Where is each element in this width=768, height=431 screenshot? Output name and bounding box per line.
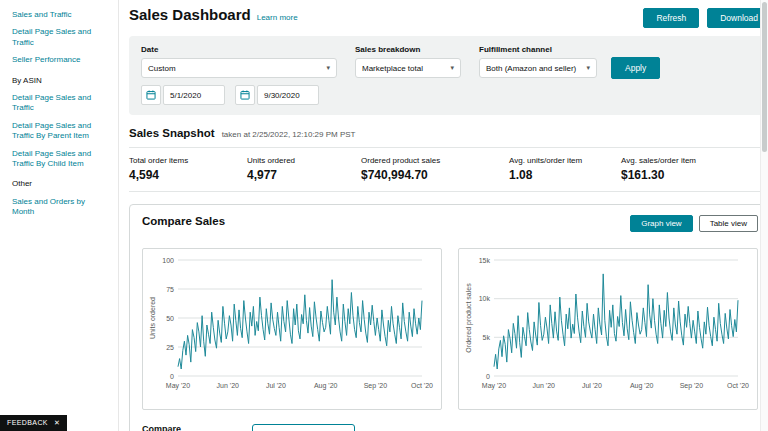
svg-text:50: 50	[166, 315, 174, 322]
date-label: Date	[141, 45, 337, 54]
svg-text:Ordered product sales: Ordered product sales	[465, 283, 473, 353]
app-window: Sales and Traffic Detail Page Sales and …	[0, 0, 768, 431]
sidebar-item-sales-and-orders-by-month[interactable]: Sales and Orders by Month	[12, 197, 108, 218]
start-date-field: 5/1/2020	[141, 85, 225, 105]
date-range-select[interactable]: Custom ▾	[141, 58, 337, 78]
svg-text:Units ordered: Units ordered	[149, 297, 156, 339]
snapshot-metrics: Total order items 4,594 Units ordered 4,…	[129, 147, 768, 192]
metric-value: $740,994.70	[361, 168, 509, 182]
svg-text:May '20: May '20	[166, 382, 190, 390]
svg-text:Jul '20: Jul '20	[582, 382, 602, 389]
sidebar-item-detail-page-sales-traffic[interactable]: Detail Page Sales and Traffic	[12, 27, 108, 48]
svg-text:75: 75	[166, 286, 174, 293]
chevron-down-icon: ▾	[450, 64, 454, 72]
metric-value: 4,977	[247, 168, 361, 182]
fulfillment-channel-group: Fulfillment channel Both (Amazon and sel…	[479, 45, 597, 78]
apply-button[interactable]: Apply	[611, 57, 660, 79]
svg-text:10k: 10k	[479, 295, 491, 302]
sidebar-item-detail-page-by-child-item[interactable]: Detail Page Sales and Traffic By Child I…	[12, 149, 108, 170]
metric-label: Avg. units/order item	[509, 156, 621, 165]
metric-label: Total order items	[129, 156, 247, 165]
fulfillment-channel-select[interactable]: Both (Amazon and seller) ▾	[479, 58, 597, 78]
sidebar-item-detail-page-sales-traffic-asin[interactable]: Detail Page Sales and Traffic	[12, 93, 108, 114]
start-date-input[interactable]: 5/1/2020	[163, 85, 225, 105]
svg-text:5k: 5k	[483, 334, 491, 341]
page-header: Sales Dashboard Learn more Refresh Downl…	[129, 6, 768, 28]
metric-value: $161.30	[621, 168, 768, 182]
sidebar-item-detail-page-by-parent-item[interactable]: Detail Page Sales and Traffic By Parent …	[12, 121, 108, 142]
ordered-product-sales-chart-box: 05k10k15kMay '20Jun '20Jul '20Aug '20Sep…	[458, 248, 758, 410]
close-icon[interactable]: ✕	[54, 419, 60, 427]
scrollbar-thumb[interactable]	[762, 2, 767, 152]
sidebar-item-seller-performance[interactable]: Seller Performance	[12, 55, 108, 65]
metric-avg-sales-order-item: Avg. sales/order item $161.30	[621, 156, 768, 182]
date-filter-group: Date Custom ▾ 5/1/2020	[141, 45, 337, 105]
chevron-down-icon: ▾	[326, 64, 330, 72]
calendar-icon[interactable]	[141, 85, 161, 105]
feedback-button[interactable]: FEEDBACK ✕	[0, 415, 67, 431]
svg-text:Oct '20: Oct '20	[727, 382, 749, 389]
sales-breakdown-label: Sales breakdown	[355, 45, 461, 54]
selected-date-range-box[interactable]: ✓ Selected date range 4,977 Units $740,9…	[252, 424, 355, 431]
svg-text:0: 0	[486, 373, 490, 380]
svg-text:25: 25	[166, 344, 174, 351]
compare-legend-row: Compare What's this ✓ Selected date rang…	[142, 424, 758, 431]
svg-text:Jun '20: Jun '20	[217, 382, 239, 389]
metric-avg-units-order-item: Avg. units/order item 1.08	[509, 156, 621, 182]
page-title: Sales Dashboard	[129, 6, 251, 23]
scrollbar[interactable]	[760, 0, 768, 431]
metric-label: Ordered product sales	[361, 156, 509, 165]
svg-text:Jun '20: Jun '20	[533, 382, 555, 389]
sales-breakdown-group: Sales breakdown Marketplace total ▾	[355, 45, 461, 78]
svg-text:15k: 15k	[479, 257, 491, 264]
svg-text:May '20: May '20	[482, 382, 506, 390]
calendar-icon[interactable]	[235, 85, 255, 105]
sidebar-item-sales-and-traffic[interactable]: Sales and Traffic	[12, 10, 108, 20]
sales-snapshot-section: Sales Snapshot taken at 2/25/2022, 12:10…	[129, 127, 768, 192]
svg-text:Sep '20: Sep '20	[364, 382, 388, 390]
end-date-field: 9/30/2020	[235, 85, 319, 105]
metric-value: 1.08	[509, 168, 621, 182]
metric-total-order-items: Total order items 4,594	[129, 156, 247, 182]
svg-text:Oct '20: Oct '20	[411, 382, 433, 389]
svg-text:100: 100	[162, 257, 174, 264]
sidebar-section-by-asin: By ASIN	[12, 76, 108, 86]
metric-ordered-product-sales: Ordered product sales $740,994.70	[361, 156, 509, 182]
svg-text:0: 0	[170, 373, 174, 380]
charts-row: 0255075100May '20Jun '20Jul '20Aug '20Se…	[142, 248, 758, 410]
fulfillment-channel-label: Fulfillment channel	[479, 45, 597, 54]
svg-text:Jul '20: Jul '20	[266, 382, 286, 389]
main-content: Sales Dashboard Learn more Refresh Downl…	[119, 0, 768, 431]
sidebar-section-other: Other	[12, 179, 108, 189]
download-button[interactable]: Download	[707, 8, 768, 28]
svg-text:Aug '20: Aug '20	[630, 382, 654, 390]
sidebar: Sales and Traffic Detail Page Sales and …	[0, 0, 119, 431]
chevron-down-icon: ▾	[586, 64, 590, 72]
compare-label: Compare	[142, 424, 238, 431]
end-date-input[interactable]: 9/30/2020	[257, 85, 319, 105]
graph-view-button[interactable]: Graph view	[630, 215, 692, 232]
units-ordered-chart-box: 0255075100May '20Jun '20Jul '20Aug '20Se…	[142, 248, 442, 410]
ordered-product-sales-chart: 05k10k15kMay '20Jun '20Jul '20Aug '20Sep…	[462, 252, 754, 402]
sales-breakdown-value: Marketplace total	[362, 64, 423, 73]
date-range-value: Custom	[148, 64, 176, 73]
units-ordered-chart: 0255075100May '20Jun '20Jul '20Aug '20Se…	[146, 252, 438, 402]
metric-label: Avg. sales/order item	[621, 156, 768, 165]
svg-text:Aug '20: Aug '20	[314, 382, 338, 390]
snapshot-timestamp: taken at 2/25/2022, 12:10:29 PM PST	[222, 130, 356, 139]
metric-label: Units ordered	[247, 156, 361, 165]
refresh-button[interactable]: Refresh	[643, 8, 699, 28]
feedback-label: FEEDBACK	[7, 419, 48, 427]
table-view-button[interactable]: Table view	[699, 215, 758, 232]
view-toggle: Graph view Table view	[630, 215, 758, 232]
metric-units-ordered: Units ordered 4,977	[247, 156, 361, 182]
learn-more-link[interactable]: Learn more	[257, 13, 298, 22]
fulfillment-channel-value: Both (Amazon and seller)	[486, 64, 576, 73]
compare-sales-title: Compare Sales	[142, 215, 225, 227]
sales-breakdown-select[interactable]: Marketplace total ▾	[355, 58, 461, 78]
metric-value: 4,594	[129, 168, 247, 182]
compare-sales-card: Compare Sales Graph view Table view 0255…	[129, 204, 768, 431]
svg-text:Sep '20: Sep '20	[680, 382, 704, 390]
sales-snapshot-title: Sales Snapshot	[129, 127, 215, 139]
filter-panel: Date Custom ▾ 5/1/2020	[129, 36, 768, 115]
